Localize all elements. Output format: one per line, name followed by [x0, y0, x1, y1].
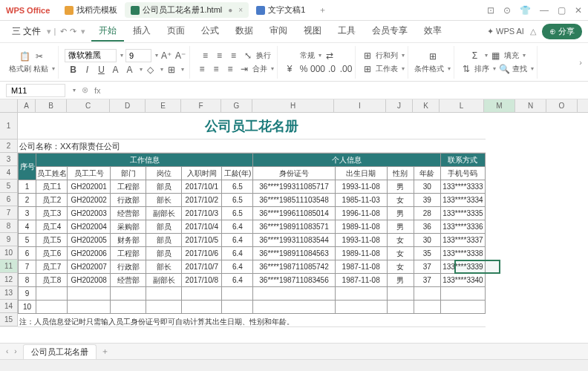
italic-icon[interactable]: I [82, 64, 94, 76]
row-header[interactable]: 5 [0, 180, 18, 193]
indent-icon[interactable]: ⇥ [238, 63, 250, 75]
file-tab-doc[interactable]: 文字文稿1 [250, 2, 311, 18]
align-left-icon[interactable]: ≡ [196, 63, 208, 75]
comma-icon[interactable]: 000 [312, 63, 324, 75]
select-all-corner[interactable] [0, 99, 18, 112]
align-bot-icon[interactable]: ≡ [228, 50, 240, 62]
row-header[interactable]: 14 [0, 300, 18, 313]
sheet-icon[interactable]: ⊞ [362, 63, 373, 75]
ribbon-tab-审阅[interactable]: 审阅 [262, 22, 295, 42]
sheet-tab[interactable]: 公司员工花名册 [23, 344, 97, 359]
bold-icon[interactable]: B [68, 64, 79, 76]
align-right-icon[interactable]: ≡ [224, 63, 236, 75]
font-size-select[interactable] [125, 49, 151, 62]
strike-icon[interactable]: A [110, 64, 122, 76]
row-header[interactable]: 7 [0, 206, 18, 220]
col-header[interactable]: O [546, 99, 578, 112]
row-header[interactable]: 10 [0, 246, 18, 260]
col-header[interactable]: E [146, 99, 181, 112]
fx-icon[interactable]: fx [94, 86, 101, 95]
col-header[interactable]: I [334, 99, 386, 112]
col-header[interactable]: K [413, 99, 440, 112]
ribbon-tab-页面[interactable]: 页面 [160, 22, 192, 42]
align-mid-icon[interactable]: ≡ [214, 50, 226, 62]
file-tab-current[interactable]: 公司员工花名册1.html●× [125, 2, 249, 18]
wrap-button[interactable]: 换行 [256, 50, 271, 61]
row-header[interactable]: 4 [0, 166, 18, 180]
maximize-icon[interactable]: ▢ [558, 5, 566, 16]
minimize-icon[interactable]: — [540, 5, 549, 16]
format-painter-button[interactable]: 格式刷 [9, 64, 31, 74]
align-center-icon[interactable]: ≡ [210, 63, 222, 75]
skin-icon[interactable]: 👕 [520, 5, 531, 16]
file-menu[interactable]: 三 文件 [6, 22, 47, 41]
col-header[interactable]: L [440, 99, 484, 112]
col-header[interactable]: H [252, 99, 334, 112]
dec-inc-icon[interactable]: .0 [326, 63, 338, 75]
menu-icon[interactable]: ⊙ [503, 5, 511, 16]
font-color-icon[interactable]: A [124, 64, 136, 76]
row-header[interactable]: 13 [0, 286, 18, 300]
row-header[interactable]: 9 [0, 233, 18, 246]
dec-dec-icon[interactable]: .00 [340, 63, 352, 75]
row-header[interactable]: 2 [0, 139, 18, 153]
align-top-icon[interactable]: ≡ [200, 50, 212, 62]
cancel-icon[interactable]: ⊗ [82, 85, 88, 95]
paste-icon[interactable]: 📋 [19, 50, 31, 62]
file-tab-templates[interactable]: 找稻壳模板 [59, 2, 123, 18]
row-header[interactable]: 12 [0, 273, 18, 286]
sheet-nav-next[interactable]: › [14, 347, 16, 355]
rows-icon[interactable]: ⊞ [362, 50, 373, 62]
orient-icon[interactable]: ⤡ [242, 50, 254, 62]
col-header[interactable]: C [67, 99, 110, 112]
fill-color-icon[interactable]: ◇ [145, 64, 157, 76]
underline-icon[interactable]: U [96, 64, 108, 76]
col-header[interactable]: D [110, 99, 146, 112]
col-header[interactable]: A [18, 99, 36, 112]
cell-name-box[interactable] [6, 84, 65, 97]
sum-icon[interactable]: Σ [469, 50, 481, 62]
merge-button[interactable]: 合并 [252, 64, 267, 74]
col-header[interactable]: B [36, 99, 67, 112]
row-header[interactable]: 1 [0, 113, 18, 139]
cloud-icon[interactable]: ⊡ [487, 5, 494, 16]
row-header[interactable]: 8 [0, 220, 18, 233]
cells-grid[interactable]: 公司员工花名册 公司名称：XX有限责任公司 序号工作信息个人信息联系方式员工姓名… [18, 113, 588, 327]
increase-font-icon[interactable]: A⁺ [160, 50, 172, 62]
add-sheet-icon[interactable]: ＋ [101, 346, 109, 357]
redo-icon[interactable]: ↷ [70, 27, 76, 36]
col-header[interactable]: G [221, 99, 252, 112]
row-header[interactable]: 3 [0, 153, 18, 166]
percent-icon[interactable]: % [298, 63, 310, 75]
row-header[interactable]: 6 [0, 193, 18, 206]
sheet-nav-prev[interactable]: ‹ [6, 347, 8, 355]
col-header[interactable]: J [386, 99, 413, 112]
cond-format-icon[interactable]: ⊞ [427, 50, 439, 62]
currency-icon[interactable]: ¥ [284, 63, 295, 75]
wps-ai-button[interactable]: ✦ WPS AI [487, 27, 524, 36]
ribbon-tab-视图[interactable]: 视图 [296, 22, 329, 42]
sort-icon[interactable]: ⇅ [460, 63, 472, 75]
ribbon-tab-工具[interactable]: 工具 [330, 22, 363, 42]
decrease-font-icon[interactable]: A⁻ [174, 50, 186, 62]
share-button[interactable]: ⊕ 分享 [542, 24, 582, 39]
close-window-icon[interactable]: ✕ [575, 5, 582, 16]
row-header[interactable]: 15 [0, 313, 18, 326]
ribbon-tab-会员专享[interactable]: 会员专享 [365, 22, 415, 42]
col-header[interactable]: M [484, 99, 515, 112]
find-icon[interactable]: 🔍 [498, 63, 510, 75]
ribbon-tab-公式[interactable]: 公式 [194, 22, 226, 42]
cloud-sync-icon[interactable]: △ [530, 27, 536, 36]
formula-input[interactable] [107, 85, 582, 96]
ribbon-tab-数据[interactable]: 数据 [228, 22, 261, 42]
fill-icon[interactable]: ▦ [490, 50, 502, 62]
ribbon-tab-开始[interactable]: 开始 [91, 22, 124, 42]
close-icon[interactable]: ● [228, 6, 232, 14]
close-icon[interactable]: × [238, 6, 243, 14]
number-format-select[interactable]: 常规 [300, 50, 315, 61]
undo-icon[interactable]: ↶ [60, 27, 67, 36]
paste-button[interactable]: 粘贴 [33, 64, 48, 74]
convert-icon[interactable]: ⇄ [324, 50, 336, 62]
cut-icon[interactable]: ✂ [33, 50, 45, 62]
font-family-select[interactable] [65, 49, 117, 62]
